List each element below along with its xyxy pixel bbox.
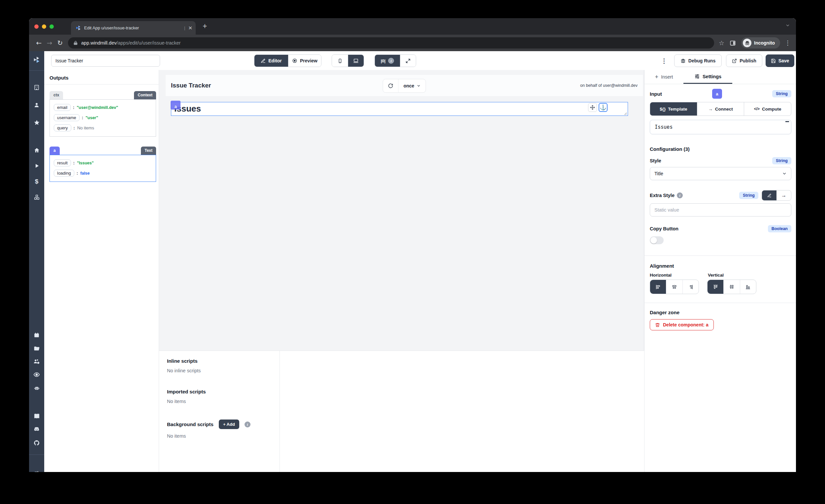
add-background-script-button[interactable]: + Add	[219, 420, 239, 429]
horizontal-label: Horizontal	[650, 273, 672, 278]
app-name-input[interactable]	[51, 55, 160, 67]
configuration-title: Configuration (3)	[650, 146, 791, 152]
align-horizontal-left-button[interactable]	[650, 280, 666, 294]
connect-tab[interactable]: →Connect	[697, 102, 744, 116]
output-box-a[interactable]: result:"Issues" loading:false	[50, 155, 156, 182]
section-divider	[645, 256, 796, 256]
sidebar-item-docs[interactable]	[29, 411, 44, 421]
style-select[interactable]: Title	[650, 167, 791, 180]
output-tab-ctx[interactable]: ctx	[50, 91, 63, 99]
tab-insert[interactable]: +Insert	[645, 70, 683, 84]
url-bar[interactable]: app.windmill.dev/apps/edit/u/user/issue-…	[68, 37, 714, 49]
style-label: Style	[650, 158, 661, 163]
anchor-icon[interactable]: ⚓	[599, 103, 607, 112]
new-tab-button[interactable]: +	[203, 22, 207, 31]
template-editor[interactable]: Issues	[650, 120, 791, 134]
scripts-panel: Inline scripts No inline scripts Importe…	[159, 351, 644, 472]
debug-runs-button[interactable]: Debug Runs	[674, 55, 722, 67]
preview-mode-button[interactable]: Preview	[288, 55, 321, 67]
sidebar-item-workers[interactable]	[29, 383, 44, 392]
discord-icon[interactable]	[29, 424, 44, 434]
desktop-view-button[interactable]	[348, 55, 364, 67]
incognito-label: Incognito	[754, 40, 775, 46]
output-row[interactable]: email:"user@windmill.dev"	[54, 104, 152, 111]
sidebar-item-variables[interactable]: $	[29, 177, 44, 186]
traffic-light-minimize[interactable]	[42, 24, 46, 29]
reload-icon[interactable]: ↻	[56, 39, 64, 47]
tabstrip-chevron-icon[interactable]	[785, 23, 790, 28]
sidebar-item-runs[interactable]	[29, 161, 44, 170]
side-panel-icon[interactable]	[730, 40, 736, 46]
browser-window: Edit App u/user/issue-tracker | ✕ + ← → …	[29, 18, 796, 472]
resize-handle[interactable]	[624, 112, 627, 115]
connect-arrow-icon[interactable]: →	[776, 191, 791, 200]
align-horizontal-right-button[interactable]	[682, 280, 699, 294]
tab-settings[interactable]: Settings	[683, 70, 732, 84]
save-button[interactable]: Save	[766, 55, 794, 67]
imported-scripts-title: Imported scripts	[167, 389, 272, 394]
sidebar-item-favorites[interactable]	[29, 118, 44, 127]
forward-icon[interactable]: →	[46, 39, 54, 47]
windmill-logo-icon[interactable]	[29, 55, 44, 64]
sidebar-item-user[interactable]	[29, 100, 44, 110]
delete-component-button[interactable]: Delete component: a	[650, 319, 714, 331]
move-handle-icon[interactable]	[588, 103, 597, 112]
align-vertical-bottom-button[interactable]	[740, 280, 756, 294]
text-component[interactable]: Issues a ⚓	[171, 102, 628, 116]
template-tab[interactable]: ${}Template	[650, 102, 697, 116]
sidebar-item-resources[interactable]	[29, 193, 44, 202]
sidebar-item-groups[interactable]	[29, 357, 44, 366]
output-type-badge: Context	[134, 91, 156, 99]
traffic-light-close[interactable]	[34, 24, 39, 29]
refresh-mode-dropdown[interactable]: once	[398, 79, 426, 92]
bookmark-star-icon[interactable]: ☆	[719, 39, 724, 47]
publish-button[interactable]: Publish	[726, 55, 762, 67]
refresh-button[interactable]	[383, 79, 398, 92]
section-divider	[645, 303, 796, 303]
sidebar-item-schedules[interactable]	[29, 331, 44, 340]
fullscreen-button[interactable]	[400, 55, 416, 67]
browser-tab[interactable]: Edit App u/user/issue-tracker | ✕	[71, 21, 196, 34]
more-options-icon[interactable]: ⋮	[661, 57, 667, 65]
vertical-label: Vertical	[708, 273, 724, 278]
copy-button-type-badge: Boolean	[768, 225, 791, 232]
chrome-menu-icon[interactable]: ⋮	[785, 39, 791, 47]
alignment-title: Alignment	[650, 263, 791, 269]
output-section-a: a Text result:"Issues" loading:false	[50, 147, 156, 182]
hide-panels-button[interactable]: |0|i	[375, 55, 400, 67]
static-edit-icon[interactable]	[762, 191, 776, 200]
input-label: Input	[650, 91, 662, 97]
mobile-view-button[interactable]	[332, 55, 348, 67]
output-box-ctx[interactable]: email:"user@windmill.dev" username:"user…	[50, 99, 156, 137]
sidebar-item-audit-logs[interactable]	[29, 370, 44, 379]
back-icon[interactable]: ←	[35, 39, 43, 47]
output-row[interactable]: result:"Issues"	[54, 159, 152, 166]
align-horizontal-center-button[interactable]	[666, 280, 682, 294]
outputs-title: Outputs	[44, 70, 159, 84]
copy-button-toggle[interactable]	[650, 236, 664, 244]
app-canvas[interactable]: Issue Tracker once on behalf of user@win…	[159, 70, 644, 351]
editor-mode-button[interactable]: Editor	[254, 55, 288, 67]
align-vertical-center-button[interactable]	[723, 280, 740, 294]
output-row[interactable]: username:"user"	[54, 114, 152, 121]
component-text: Issues	[171, 102, 628, 115]
output-row[interactable]: query:No items	[54, 125, 152, 131]
extra-style-input[interactable]	[650, 203, 791, 217]
align-vertical-top-button[interactable]	[707, 280, 723, 294]
screenshot-stage: Edit App u/user/issue-tracker | ✕ + ← → …	[0, 0, 825, 504]
tab-title-separator: |	[184, 25, 185, 30]
info-icon[interactable]: i	[677, 193, 683, 198]
sidebar-item-home[interactable]	[29, 146, 44, 155]
output-tab-a[interactable]: a	[50, 147, 60, 155]
background-scripts-empty: No items	[167, 433, 272, 439]
info-icon[interactable]: i	[244, 422, 250, 427]
sidebar-item-workspace[interactable]	[29, 83, 44, 92]
compute-tab[interactable]: </>Compute	[744, 102, 791, 116]
github-icon[interactable]	[29, 438, 44, 447]
output-row[interactable]: loading:false	[54, 170, 152, 176]
sidebar-expand-icon[interactable]: →	[29, 466, 44, 472]
incognito-badge[interactable]: Incognito	[741, 37, 780, 49]
traffic-light-zoom[interactable]	[50, 24, 54, 29]
sidebar-item-folders[interactable]	[29, 344, 44, 353]
tab-close-icon[interactable]: ✕	[188, 25, 193, 31]
